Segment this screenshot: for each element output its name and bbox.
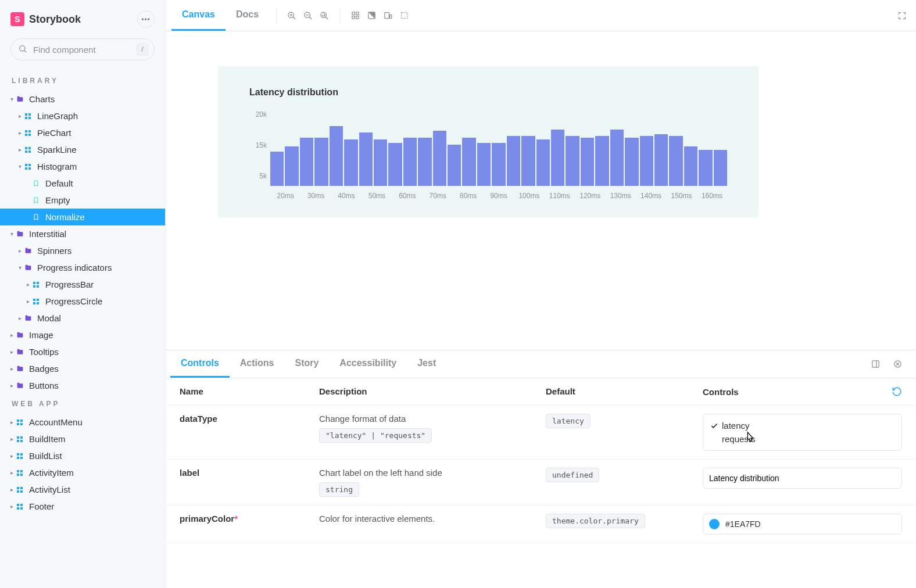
controls-table: Name Description Default Controls dataTy…	[166, 378, 916, 588]
tree-item-tooltips[interactable]: ▸Tooltips	[0, 343, 165, 360]
story-icon	[31, 180, 41, 187]
tree-item-histogram[interactable]: ▾Histogram	[0, 158, 165, 175]
svg-line-1	[24, 51, 26, 52]
tree-item-buildlist[interactable]: ▸BuildList	[0, 447, 165, 464]
svg-rect-2	[25, 113, 27, 116]
zoom-out-button[interactable]	[300, 8, 316, 24]
folder-icon	[15, 95, 24, 103]
tree-item-label: Progress indicators	[37, 263, 112, 273]
addon-tabs: ControlsActionsStoryAccessibilityJest	[166, 350, 916, 378]
histogram-bar	[285, 146, 298, 186]
tree-item-linegraph[interactable]: ▸LineGraph	[0, 107, 165, 124]
histogram-bar	[684, 146, 697, 186]
tree-item-footer[interactable]: ▸Footer	[0, 498, 165, 515]
svg-rect-28	[17, 423, 19, 425]
component-icon	[23, 163, 33, 170]
histogram-bar	[581, 138, 594, 186]
background-button[interactable]	[363, 8, 380, 24]
radio-label: latency	[722, 421, 750, 431]
tree-item-label: ProgressCircle	[45, 296, 102, 306]
tree-item-progress-indicators[interactable]: ▾Progress indicators	[0, 259, 165, 276]
addon-tab-jest[interactable]: Jest	[407, 350, 446, 378]
tree-item-label: ActivityList	[29, 485, 70, 494]
addon-tab-story[interactable]: Story	[284, 350, 329, 378]
radio-group: latencyrequests	[703, 414, 902, 451]
zoom-in-button[interactable]	[284, 8, 300, 24]
svg-rect-67	[872, 361, 878, 367]
tree-item-label: LineGraph	[37, 111, 78, 121]
tab-docs[interactable]: Docs	[226, 0, 269, 31]
tree-item-label: Default	[45, 178, 73, 188]
color-control-input[interactable]: #1EA7FD	[703, 514, 902, 535]
addon-tab-controls[interactable]: Controls	[170, 350, 230, 378]
svg-rect-31	[20, 436, 23, 439]
svg-rect-65	[389, 15, 391, 18]
tree-item-label: SparkLine	[37, 145, 77, 155]
tree-item-builditem[interactable]: ▸BuildItem	[0, 431, 165, 447]
grid-button[interactable]	[347, 8, 363, 24]
tree-item-accountmenu[interactable]: ▸AccountMenu	[0, 414, 165, 431]
viewport-button[interactable]	[380, 8, 396, 24]
reset-controls-button[interactable]	[892, 386, 902, 397]
tree-item-interstitial[interactable]: ▾Interstitial	[0, 225, 165, 242]
tree-item-charts[interactable]: ▾Charts	[0, 91, 165, 107]
radio-option-requests[interactable]: requests	[709, 432, 896, 446]
tree-item-label: ActivityItem	[29, 468, 74, 478]
tree-item-activitylist[interactable]: ▸ActivityList	[0, 481, 165, 498]
measure-button[interactable]	[396, 8, 412, 24]
x-tick: 160ms	[697, 192, 727, 200]
control-description: Color for interactive elements.	[319, 514, 546, 524]
tree-item-progresscircle[interactable]: ▸ProgressCircle	[0, 293, 165, 310]
histogram-card: Latency distribution 20k15k5k 20ms30ms40…	[218, 66, 758, 217]
svg-rect-33	[20, 440, 23, 442]
panel-close-button[interactable]	[889, 356, 906, 372]
tree-item-spinners[interactable]: ▸Spinners	[0, 242, 165, 259]
x-tick: 150ms	[666, 192, 696, 200]
control-description: Chart label on the left hand sidestring	[319, 468, 546, 497]
tree-item-activityitem[interactable]: ▸ActivityItem	[0, 464, 165, 481]
sidebar: S Storybook ••• / LIBRARY▾Charts▸LineGra…	[0, 0, 165, 588]
histogram-bar	[418, 138, 431, 186]
tab-canvas[interactable]: Canvas	[171, 0, 226, 31]
tree-item-empty[interactable]: Empty	[0, 192, 165, 209]
svg-rect-25	[37, 302, 39, 304]
x-tick: 110ms	[545, 192, 575, 200]
addon-tab-actions[interactable]: Actions	[230, 350, 285, 378]
tree-item-badges[interactable]: ▸Badges	[0, 360, 165, 377]
tree-item-label: BuildList	[29, 451, 62, 461]
svg-rect-38	[17, 470, 19, 472]
tree-item-buttons[interactable]: ▸Buttons	[0, 377, 165, 394]
panel-orientation-button[interactable]	[867, 356, 883, 372]
histogram-bar	[359, 132, 373, 186]
svg-point-57	[321, 12, 326, 17]
sidebar-menu-button[interactable]: •••	[137, 10, 155, 28]
folder-icon	[15, 365, 24, 372]
histogram-bar	[270, 152, 284, 186]
fullscreen-button[interactable]	[894, 8, 910, 24]
tree-item-label: Empty	[45, 195, 70, 205]
search-input[interactable]	[10, 38, 155, 60]
histogram-bar	[403, 138, 417, 186]
svg-rect-16	[25, 167, 27, 170]
svg-rect-10	[25, 147, 27, 149]
tree-item-piechart[interactable]: ▸PieChart	[0, 124, 165, 141]
tree-item-modal[interactable]: ▸Modal	[0, 310, 165, 327]
search-icon	[18, 44, 27, 53]
tree-item-normalize[interactable]: Normalize	[0, 209, 165, 225]
svg-rect-6	[25, 130, 27, 132]
svg-rect-23	[37, 299, 39, 301]
addon-tab-accessibility[interactable]: Accessibility	[329, 350, 407, 378]
addon-panel: ControlsActionsStoryAccessibilityJest Na…	[166, 350, 916, 588]
histogram-bar	[344, 139, 357, 186]
tree-item-default[interactable]: Default	[0, 175, 165, 192]
search: /	[10, 38, 155, 60]
tree-item-progressbar[interactable]: ▸ProgressBar	[0, 276, 165, 293]
tree-item-sparkline[interactable]: ▸SparkLine	[0, 141, 165, 158]
svg-rect-14	[25, 164, 27, 166]
radio-option-latency[interactable]: latency	[709, 419, 896, 432]
tree-item-image[interactable]: ▸Image	[0, 327, 165, 343]
storybook-logo-icon: S	[10, 12, 24, 26]
zoom-reset-button[interactable]	[316, 8, 332, 24]
text-control-input[interactable]	[703, 468, 902, 489]
control-widget: latencyrequests	[703, 414, 902, 451]
